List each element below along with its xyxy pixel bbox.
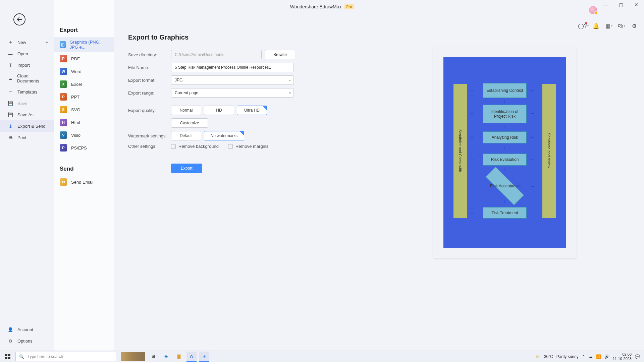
sidebar-label: Print <box>17 135 26 140</box>
ppt-icon: P <box>60 93 67 101</box>
import-icon: ↧ <box>7 62 13 68</box>
export-type-graphics[interactable]: ◫Graphics (PNG, JPG e... <box>54 37 114 52</box>
html-icon: H <box>60 119 67 126</box>
export-type-label: Html <box>71 120 80 125</box>
format-select[interactable]: JPG <box>171 75 294 85</box>
taskbar-search[interactable]: 🔍Type here to search <box>15 352 116 361</box>
sidebar-label: Save As <box>17 112 34 117</box>
range-label: Export range: <box>128 90 171 96</box>
weather-desc[interactable]: Partly sunny <box>556 354 579 359</box>
quality-label: Export quality: <box>128 108 171 113</box>
start-button[interactable] <box>0 351 15 362</box>
select-value: Current page <box>175 90 198 95</box>
save-icon: 💾 <box>7 100 13 106</box>
export-type-label: PDF <box>71 56 80 61</box>
range-select[interactable]: Current page <box>171 88 294 98</box>
arrow-down-icon: ↓ <box>503 124 505 129</box>
sidebar-item-new[interactable]: ＋New＋ <box>0 37 54 48</box>
send-section-title: Send <box>54 162 114 176</box>
arrow-icon: ↔ <box>470 210 473 216</box>
export-type-ppt[interactable]: PPPT <box>54 90 114 103</box>
arrow-icon: ↔ <box>470 88 473 93</box>
sidebar-item-templates[interactable]: ▭Templates <box>0 86 54 98</box>
remove-margins-checkbox[interactable]: Remove margins <box>228 144 268 149</box>
wifi-icon[interactable]: 📶 <box>596 354 601 359</box>
sidebar-item-export-send[interactable]: ↥Export & Send <box>0 120 54 132</box>
sidebar-label: Save <box>17 101 28 106</box>
weather-temp[interactable]: 30°C <box>544 354 553 359</box>
sidebar-item-open[interactable]: ▬Open <box>0 48 54 59</box>
arrow-down-icon: ↓ <box>503 198 505 204</box>
news-widget-image[interactable] <box>121 352 145 361</box>
sidebar-label: Templates <box>17 89 37 95</box>
task-view-icon[interactable]: ⊞ <box>148 352 158 362</box>
arrow-icon: → <box>530 184 535 189</box>
arrow-icon: ↔ <box>470 111 473 116</box>
sidebar-item-saveas[interactable]: 💾Save As <box>0 109 54 120</box>
checkbox-label: Remove background <box>178 144 219 149</box>
sidebar-item-options[interactable]: ⚙Options <box>0 335 54 347</box>
flow-sidebar-left: Serutinize and Check with <box>453 84 467 218</box>
back-button[interactable] <box>13 13 25 25</box>
search-placeholder: Type here to search <box>28 354 63 359</box>
export-type-svg[interactable]: SSVG <box>54 103 114 116</box>
quality-hd[interactable]: HD <box>204 106 234 115</box>
quality-uhd[interactable]: Ultra HD <box>237 106 267 115</box>
remove-bg-checkbox[interactable]: Remove background <box>171 144 219 149</box>
watermark-label: Watermark settings: <box>128 133 171 138</box>
sidebar-item-account[interactable]: 👤Account <box>0 324 54 335</box>
checkbox-box <box>171 144 176 149</box>
flow-box-3: Analyzing Risk <box>483 131 527 143</box>
filename-label: File Name: <box>128 65 171 70</box>
export-type-ps[interactable]: PPS/EPS <box>54 141 114 154</box>
onedrive-icon[interactable]: ☁ <box>589 354 593 359</box>
clock[interactable]: 02:06 11-10-2023 <box>613 352 632 360</box>
svg-rect-2 <box>5 357 7 359</box>
flow-diamond: Risk Acceptance <box>485 174 525 198</box>
gear-icon: ⚙ <box>7 338 13 344</box>
send-email[interactable]: ✉Send Email <box>54 176 114 188</box>
sidebar-item-print[interactable]: 🖶Print <box>0 132 54 143</box>
notifications-icon[interactable]: 💬 <box>635 354 640 359</box>
watermark-none[interactable]: No watermarks <box>204 131 244 140</box>
svg-rect-0 <box>5 354 7 356</box>
search-icon: 🔍 <box>19 354 24 359</box>
savedir-label: Save directory: <box>128 52 171 57</box>
weather-icon[interactable]: ⛅ <box>536 354 541 359</box>
email-icon: ✉ <box>60 178 67 186</box>
filename-input[interactable] <box>171 63 294 72</box>
watermark-default[interactable]: Default <box>171 131 201 140</box>
plus-icon[interactable]: ＋ <box>45 39 49 45</box>
export-type-excel[interactable]: XExcel <box>54 78 114 90</box>
arrow-icon: ↔ <box>530 111 533 116</box>
export-icon: ↥ <box>7 123 13 129</box>
preview-canvas: Serutinize and Check with Serutinize and… <box>443 57 566 248</box>
arrow-icon: ↔ <box>530 135 533 140</box>
quality-customize[interactable]: Customize <box>171 118 208 128</box>
export-type-pdf[interactable]: PPDF <box>54 52 114 65</box>
flow-box-4: Risk Evaluation <box>483 154 527 166</box>
arrow-down-icon: ↓ <box>503 145 505 150</box>
svg-rect-1 <box>8 354 10 356</box>
export-type-html[interactable]: HHtml <box>54 116 114 129</box>
send-label: Send Email <box>71 180 93 185</box>
export-type-word[interactable]: WWord <box>54 65 114 78</box>
sidebar-item-save: 💾Save <box>0 98 54 109</box>
account-icon: 👤 <box>7 326 13 333</box>
edrawmax-icon[interactable]: ◈ <box>199 352 209 362</box>
browse-button[interactable]: Browse <box>265 50 295 59</box>
export-type-label: Word <box>71 69 82 74</box>
quality-normal[interactable]: Normal <box>171 106 201 115</box>
export-type-visio[interactable]: VVisio <box>54 129 114 141</box>
edge-icon[interactable]: ◉ <box>161 352 171 362</box>
export-button[interactable]: Export <box>171 164 202 173</box>
volume-icon[interactable]: 🔊 <box>604 354 609 359</box>
word-icon[interactable]: W <box>186 352 197 362</box>
sidebar-item-cloud[interactable]: ☁Cloud Documents <box>0 71 54 86</box>
sidebar-item-import[interactable]: ↧Import <box>0 59 54 71</box>
arrow-down-icon: ↓ <box>503 99 505 104</box>
tray-chevron-icon[interactable]: ⌃ <box>582 354 585 359</box>
explorer-icon[interactable]: ▇ <box>174 352 184 362</box>
graphics-icon: ◫ <box>60 41 66 48</box>
file-sidebar: ＋New＋ ▬Open ↧Import ☁Cloud Documents ▭Te… <box>0 37 54 351</box>
